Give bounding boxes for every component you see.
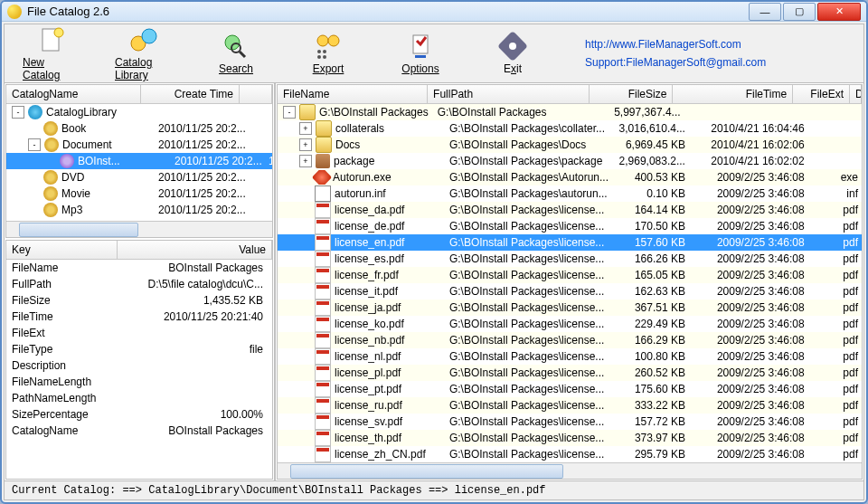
property-row[interactable]: FileTime2010/11/25 20:21:40: [6, 309, 272, 325]
file-size-value: 166.29 KB: [608, 334, 689, 347]
file-path-value: G:\BOInstall Packages\license...: [446, 366, 608, 379]
property-key: SizePercentage: [6, 408, 111, 421]
file-time-value: 2009/2/25 3:46:08: [689, 171, 808, 184]
export-button[interactable]: Export: [299, 32, 357, 75]
property-row[interactable]: FileTypefile: [6, 341, 272, 357]
file-path-value: G:\BOInstall Packages\license...: [446, 236, 608, 249]
col-fileext[interactable]: FileExt: [793, 85, 850, 103]
catalog-tree-row[interactable]: Book2010/11/25 20:2...: [6, 120, 272, 137]
property-row[interactable]: FileSize1,435.52 KB: [6, 292, 272, 309]
col-filetime[interactable]: FileTime: [673, 85, 793, 103]
catalog-tree-row[interactable]: Movie2010/11/25 20:2...: [6, 185, 272, 202]
file-ext-value: pdf: [808, 448, 862, 461]
file-list-scrollbar[interactable]: [278, 462, 862, 479]
file-row[interactable]: -G:\BOInstall PackagesG:\BOInstall Packa…: [278, 104, 862, 120]
property-row[interactable]: CatalogNameBOInstall Packages: [6, 423, 272, 439]
maximize-button[interactable]: ▢: [783, 3, 816, 21]
file-row[interactable]: license_ja.pdfG:\BOInstall Packages\lice…: [278, 300, 862, 316]
catalog-library-button[interactable]: Catalog Library: [115, 25, 173, 81]
file-row[interactable]: license_pt.pdfG:\BOInstall Packages\lice…: [278, 381, 862, 397]
close-button[interactable]: ✕: [817, 3, 861, 21]
property-row[interactable]: FileNameBOInstall Packages: [6, 260, 272, 276]
file-row[interactable]: +packageG:\BOInstall Packages\package2,9…: [278, 153, 862, 169]
col-fullpath[interactable]: FullPath: [428, 85, 590, 103]
file-time-value: 2009/2/25 3:46:08: [689, 415, 808, 428]
col-create-time[interactable]: Create Time: [141, 85, 240, 103]
col-key[interactable]: Key: [6, 241, 118, 259]
expand-toggle-icon[interactable]: -: [283, 106, 296, 119]
catalog-tree-header[interactable]: CatalogName Create Time: [6, 85, 272, 104]
col-value[interactable]: Value: [118, 241, 272, 259]
file-row[interactable]: license_de.pdfG:\BOInstall Packages\lice…: [278, 218, 862, 234]
properties-header[interactable]: Key Value: [6, 241, 272, 260]
svg-point-11: [317, 55, 321, 59]
file-row[interactable]: license_es.pdfG:\BOInstall Packages\lice…: [278, 251, 862, 267]
file-list[interactable]: -G:\BOInstall PackagesG:\BOInstall Packa…: [278, 104, 862, 462]
catalog-tree-row[interactable]: DVD2010/11/25 20:2...: [6, 169, 272, 185]
file-row[interactable]: +DocsG:\BOInstall Packages\Docs6,969.45 …: [278, 137, 862, 153]
expand-toggle-icon[interactable]: +: [299, 122, 312, 135]
file-time-value: 2009/2/25 3:46:08: [689, 432, 808, 444]
app-icon: [7, 5, 22, 19]
file-list-header[interactable]: FileName FullPath FileSize FileTime File…: [278, 85, 862, 104]
file-row[interactable]: +collateralsG:\BOInstall Packages\collat…: [278, 120, 862, 137]
property-row[interactable]: FileExt: [6, 325, 272, 341]
file-ext-value: pdf: [808, 334, 862, 347]
catalog-tree-row[interactable]: -CatalogLibrary: [6, 104, 272, 120]
property-row[interactable]: FileNameLength: [6, 374, 272, 390]
file-row[interactable]: license_nb.pdfG:\BOInstall Packages\lice…: [278, 332, 862, 348]
col-catalog-name[interactable]: CatalogName: [6, 85, 141, 103]
support-link[interactable]: Support:FileManagerSoft@gmail.com: [585, 56, 766, 69]
new-catalog-button[interactable]: New Catalog: [23, 25, 80, 81]
catalog-tree-row[interactable]: BOInst...2010/11/25 20:2...1,435.52: [6, 153, 272, 169]
file-size-value: 373.97 KB: [608, 432, 689, 444]
properties-panel[interactable]: FileNameBOInstall PackagesFullPathD:\5\f…: [6, 260, 272, 479]
file-row[interactable]: license_en.pdfG:\BOInstall Packages\lice…: [278, 234, 862, 251]
exe-icon: [312, 170, 333, 185]
catalog-tree-row[interactable]: -Document2010/11/25 20:2...: [6, 137, 272, 153]
file-path-value: G:\BOInstall Packages\license...: [446, 350, 608, 363]
file-size-value: 6,969.45 KB: [608, 138, 689, 151]
file-row[interactable]: license_fr.pdfG:\BOInstall Packages\lice…: [278, 267, 862, 283]
exit-icon: [498, 32, 527, 61]
col-filename[interactable]: FileName: [278, 85, 428, 103]
file-row[interactable]: license_pl.pdfG:\BOInstall Packages\lice…: [278, 365, 862, 381]
file-ext-value: pdf: [808, 318, 862, 330]
property-row[interactable]: FullPathD:\5\file catalog\dcu\C...: [6, 276, 272, 292]
catalog-tree-scrollbar[interactable]: [6, 221, 272, 237]
file-row[interactable]: license_it.pdfG:\BOInstall Packages\lice…: [278, 283, 862, 300]
pdf-icon: [315, 446, 331, 462]
property-row[interactable]: SizePercentage100.00%: [6, 406, 272, 423]
options-button[interactable]: Options: [392, 32, 449, 75]
search-button[interactable]: Search: [207, 32, 265, 75]
catalog-tree[interactable]: -CatalogLibraryBook2010/11/25 20:2...-Do…: [6, 104, 272, 221]
expand-toggle-icon[interactable]: +: [299, 155, 312, 167]
file-row[interactable]: autorun.infG:\BOInstall Packages\autorun…: [278, 185, 862, 202]
file-size-value: 5,997,367.4...: [600, 106, 684, 119]
property-row[interactable]: PathNameLength: [6, 390, 272, 406]
titlebar[interactable]: File Catalog 2.6 — ▢ ✕: [2, 2, 866, 22]
col-filesize[interactable]: FileSize: [590, 85, 673, 103]
expand-toggle-icon[interactable]: -: [12, 106, 24, 119]
file-row[interactable]: license_da.pdfG:\BOInstall Packages\lice…: [278, 202, 862, 218]
property-key: FileName: [6, 262, 111, 274]
file-row[interactable]: Autorun.exeG:\BOInstall Packages\Autorun…: [278, 169, 862, 185]
file-row[interactable]: license_sv.pdfG:\BOInstall Packages\lice…: [278, 414, 862, 430]
site-link[interactable]: http://www.FileManagerSoft.com: [585, 38, 766, 51]
exit-button[interactable]: Exit: [484, 32, 542, 75]
expand-toggle-icon[interactable]: +: [299, 138, 312, 151]
file-row[interactable]: license_zh_CN.pdfG:\BOInstall Packages\l…: [278, 446, 862, 462]
file-name-label: license_es.pdf: [335, 252, 404, 265]
file-row[interactable]: license_nl.pdfG:\BOInstall Packages\lice…: [278, 348, 862, 365]
file-path-value: G:\BOInstall Packages\license...: [446, 252, 608, 265]
minimize-button[interactable]: —: [749, 3, 781, 21]
expand-toggle-icon[interactable]: -: [28, 138, 41, 151]
property-row[interactable]: Description: [6, 357, 272, 374]
catalog-tree-row[interactable]: Mp32010/11/25 20:2...: [6, 202, 272, 218]
file-row[interactable]: license_th.pdfG:\BOInstall Packages\lice…: [278, 430, 862, 446]
col-description[interactable]: Descrip: [850, 85, 862, 103]
file-row[interactable]: license_ko.pdfG:\BOInstall Packages\lice…: [278, 316, 862, 332]
file-name-label: license_de.pdf: [335, 220, 404, 233]
file-row[interactable]: license_ru.pdfG:\BOInstall Packages\lice…: [278, 397, 862, 414]
property-value: BOInstall Packages: [111, 424, 272, 437]
